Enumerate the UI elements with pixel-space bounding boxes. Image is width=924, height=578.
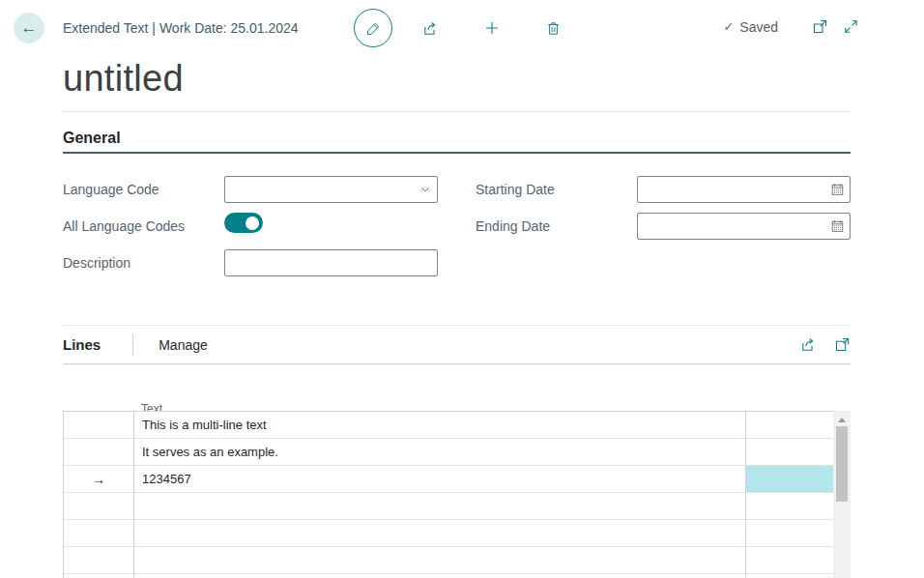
- text-cell[interactable]: [134, 520, 746, 546]
- back-arrow-icon: ←: [21, 18, 38, 38]
- table-row: [64, 574, 833, 578]
- breadcrumb-caption[interactable]: Extended Text | Work Date: 25.01.2024: [63, 20, 299, 36]
- active-row-marker-icon: →: [92, 472, 105, 487]
- chevron-down-icon[interactable]: [419, 183, 432, 196]
- extra-cell[interactable]: [746, 439, 833, 465]
- general-heading: General: [63, 130, 851, 147]
- back-button[interactable]: ←: [14, 13, 44, 43]
- calendar-icon[interactable]: [830, 183, 845, 197]
- vertical-separator: [132, 334, 133, 356]
- open-in-new-window-button[interactable]: [812, 18, 828, 35]
- language-code-input[interactable]: [224, 176, 438, 203]
- page-title: untitled: [63, 56, 924, 101]
- general-form: Language Code All Language Codes: [63, 176, 851, 286]
- text-cell[interactable]: [134, 493, 746, 519]
- all-language-codes-field: All Language Codes: [63, 213, 438, 240]
- edit-button[interactable]: [354, 9, 392, 47]
- all-language-codes-label: All Language Codes: [63, 218, 224, 234]
- table-row: [64, 547, 833, 574]
- plus-icon: [483, 19, 501, 37]
- ending-date-label: Ending Date: [476, 218, 637, 234]
- extra-cell[interactable]: [746, 493, 833, 519]
- general-section-header[interactable]: General: [63, 130, 851, 154]
- lines-section-bar: Lines Manage: [63, 325, 851, 364]
- add-new-button[interactable]: [483, 19, 501, 37]
- title-divider: [63, 111, 851, 112]
- manage-menu-item[interactable]: Manage: [159, 337, 208, 353]
- scroll-up-arrow-icon[interactable]: [838, 418, 846, 422]
- app-bar: ← Extended Text | Work Date: 25.01.2024: [0, 0, 924, 56]
- focus-mode-icon: [834, 336, 851, 353]
- record-action-bar: [354, 9, 562, 47]
- extra-cell[interactable]: [746, 547, 833, 573]
- fullscreen-button[interactable]: [843, 18, 859, 35]
- ending-date-input[interactable]: [637, 213, 851, 240]
- save-status-label: Saved: [739, 19, 778, 35]
- row-selector-cell[interactable]: [64, 493, 134, 519]
- pencil-icon: [365, 20, 382, 37]
- table-row: [64, 520, 833, 547]
- save-status: ✓ Saved: [723, 19, 778, 35]
- scrollbar-thumb[interactable]: [836, 426, 848, 502]
- focus-mode-button[interactable]: [834, 336, 851, 353]
- delete-button[interactable]: [545, 20, 562, 37]
- row-selector-cell[interactable]: [64, 520, 134, 546]
- row-selector-cell[interactable]: [64, 439, 134, 465]
- language-code-label: Language Code: [63, 182, 224, 197]
- starting-date-label: Starting Date: [476, 182, 637, 197]
- extra-cell[interactable]: [746, 520, 833, 546]
- extra-cell[interactable]: [746, 574, 833, 578]
- description-label: Description: [63, 255, 224, 271]
- toggle-knob: [245, 217, 259, 230]
- trash-icon: [545, 20, 562, 37]
- text-cell[interactable]: It serves as an example.: [134, 439, 746, 465]
- extra-cell[interactable]: [746, 412, 833, 438]
- table-row: This is a multi-line text: [64, 412, 833, 439]
- row-selector-cell[interactable]: [64, 574, 134, 578]
- text-cell[interactable]: [134, 574, 746, 578]
- expand-fullscreen-icon: [843, 18, 859, 35]
- ending-date-field: Ending Date: [476, 213, 851, 240]
- checkmark-icon: ✓: [723, 19, 734, 34]
- share-button[interactable]: [422, 20, 439, 37]
- row-selector-cell[interactable]: [64, 412, 134, 438]
- window-controls: ✓ Saved: [723, 18, 859, 35]
- row-selector-cell[interactable]: [64, 547, 134, 573]
- language-code-field: Language Code: [63, 176, 438, 203]
- calendar-icon[interactable]: [830, 219, 845, 234]
- starting-date-input[interactable]: [637, 176, 851, 203]
- extended-text-card-page: ← Extended Text | Work Date: 25.01.2024: [0, 0, 924, 578]
- all-language-codes-toggle[interactable]: [224, 213, 263, 233]
- text-cell[interactable]: [134, 547, 746, 573]
- grid-vertical-scrollbar[interactable]: [833, 411, 851, 578]
- table-row: It serves as an example.: [64, 439, 833, 466]
- starting-date-field: Starting Date: [476, 176, 851, 203]
- description-input[interactable]: [224, 249, 438, 276]
- grid-table: This is a multi-line text It serves as a…: [63, 411, 833, 578]
- table-row-active: → 1234567: [64, 466, 833, 493]
- table-row: [64, 493, 833, 520]
- extra-cell-selected[interactable]: [746, 466, 833, 492]
- lines-grid: This is a multi-line text It serves as a…: [63, 411, 851, 578]
- text-cell[interactable]: 1234567: [134, 466, 746, 492]
- description-field: Description: [63, 249, 438, 276]
- text-cell[interactable]: This is a multi-line text: [134, 412, 746, 438]
- share-icon: [422, 20, 439, 37]
- open-in-new-window-icon: [812, 18, 828, 35]
- lines-heading[interactable]: Lines: [63, 336, 101, 353]
- row-selector-cell[interactable]: →: [64, 466, 134, 492]
- lines-share-button[interactable]: [800, 336, 817, 353]
- share-icon: [800, 336, 817, 353]
